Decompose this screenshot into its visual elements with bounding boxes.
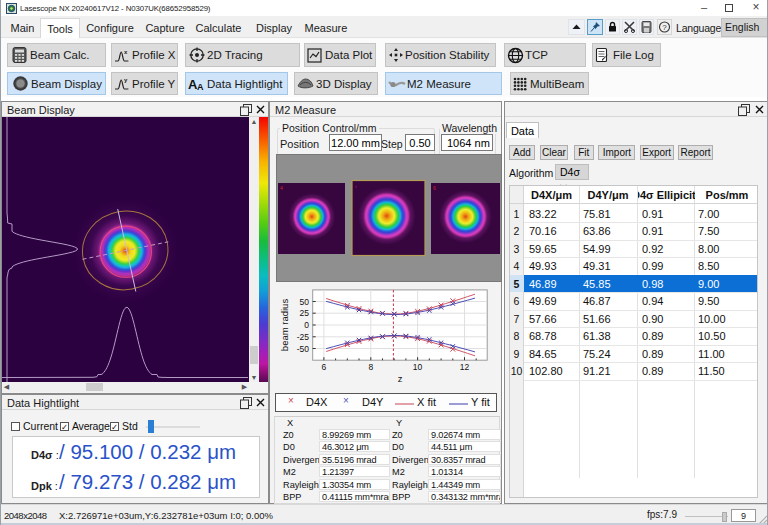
svg-text:25: 25 [300, 308, 310, 318]
svg-text:10: 10 [413, 362, 423, 372]
svg-text:-25: -25 [297, 332, 310, 342]
svg-text:4: 4 [280, 185, 283, 191]
svg-text:beam radius: beam radius [279, 299, 290, 352]
svg-text:0: 0 [304, 320, 309, 330]
svg-text:z: z [398, 373, 403, 384]
svg-text:12: 12 [460, 362, 470, 372]
svg-text:8: 8 [368, 362, 373, 372]
svg-text:-50: -50 [297, 344, 310, 354]
svg-text:?: ? [662, 23, 667, 32]
svg-text:x: x [124, 49, 128, 55]
svg-text:6: 6 [433, 185, 436, 191]
svg-text:y: y [124, 77, 128, 83]
svg-text:6: 6 [322, 362, 327, 372]
svg-text:50: 50 [300, 297, 310, 307]
svg-text:A: A [197, 82, 204, 91]
